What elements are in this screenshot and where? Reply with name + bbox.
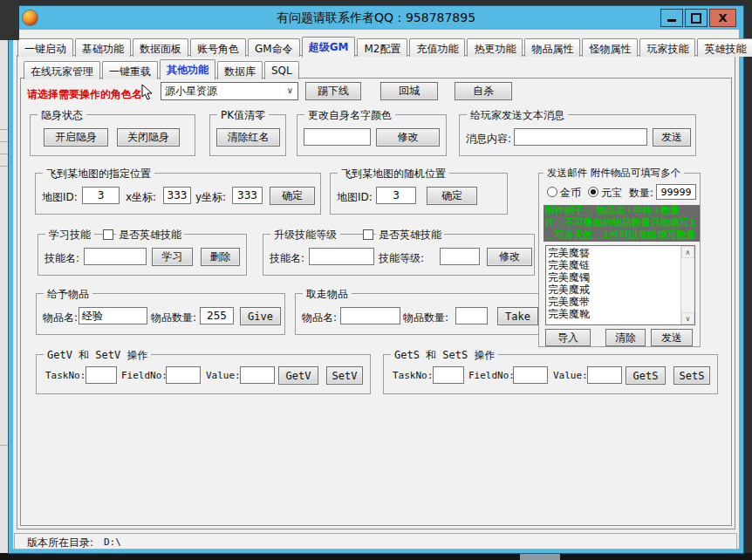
close-button[interactable]: X <box>709 9 736 27</box>
mail-send-button[interactable]: 发送 <box>651 329 693 346</box>
gets-value-input[interactable] <box>587 366 622 384</box>
fly-fixed-y-input[interactable] <box>232 187 263 204</box>
fly-random-map-input[interactable] <box>376 187 416 204</box>
titlebar[interactable]: 有问题请联系作者QQ：958787895 X <box>9 6 743 30</box>
tab-super-gm[interactable]: 超级GM <box>302 37 356 58</box>
mail-items-listbox[interactable]: 完美魔簪 完美魔链 完美魔镯 完美魔戒 完美魔带 完美魔靴 ∧ ∨ <box>545 245 695 325</box>
tab-m2-config[interactable]: M2配置 <box>357 38 407 57</box>
tab-reload[interactable]: 一键重载 <box>102 61 158 79</box>
tab-hot-update[interactable]: 热更功能 <box>467 38 523 57</box>
fly-random-ok-button[interactable]: 确定 <box>427 187 477 205</box>
tab-account-role[interactable]: 账号角色 <box>190 38 246 57</box>
learn-skill-group-title: 学习技能 <box>45 228 94 242</box>
tab-basic[interactable]: 基础功能 <box>75 38 131 57</box>
getv-setv-group: GetV 和 SetV 操作 TaskNo: FieldNo: Value: G… <box>36 354 371 394</box>
mail-item[interactable]: 完美魔戒 <box>548 283 680 296</box>
clear-red-name-button[interactable]: 清除红名 <box>216 128 280 147</box>
give-item-name-input[interactable] <box>79 307 147 324</box>
mail-import-button[interactable]: 导入 <box>545 329 591 346</box>
learn-skill-learn-button[interactable]: 学习 <box>152 248 193 266</box>
message-send-button[interactable]: 发送 <box>653 128 691 147</box>
gets-taskno-input[interactable] <box>433 366 464 384</box>
mail-hint-line3: ，写多无效，1件可以省略填写数量 <box>545 229 698 242</box>
stealth-group: 隐身状态 开启隐身 关闭隐身 <box>30 114 195 156</box>
tab-recharge[interactable]: 充值功能 <box>409 38 465 57</box>
suicide-button[interactable]: 自杀 <box>455 82 512 100</box>
mail-item[interactable]: 完美魔带 <box>548 296 680 308</box>
stealth-on-button[interactable]: 开启隐身 <box>44 128 108 147</box>
getv-value-input[interactable] <box>240 366 275 384</box>
scroll-down-icon[interactable]: ∨ <box>681 312 694 324</box>
tab-item-attr[interactable]: 物品属性 <box>524 38 580 57</box>
take-item-button[interactable]: Take <box>497 307 538 325</box>
mail-qty-input[interactable] <box>656 184 696 200</box>
tab-other-functions[interactable]: 其他功能 <box>160 59 215 80</box>
name-color-input[interactable] <box>304 128 371 146</box>
take-item-name-input[interactable] <box>340 307 400 324</box>
setv-button[interactable]: SetV <box>326 366 363 385</box>
learn-skill-delete-button[interactable]: 删除 <box>201 248 240 266</box>
message-content-input[interactable] <box>514 128 647 146</box>
version-dir-label: 版本所在目录: <box>27 536 93 550</box>
mail-item[interactable]: 完美魔靴 <box>548 308 680 320</box>
main-tabstrip: 一键启动 基础功能 数据面板 账号角色 GM命令 超级GM M2配置 充值功能 … <box>17 37 752 57</box>
ingot-radio-label[interactable]: 元宝 <box>601 186 622 201</box>
gets-fieldno-input[interactable] <box>513 366 548 384</box>
app-window: 有问题请联系作者QQ：958787895 X 一键启动 基础功能 数据面板 账号… <box>9 6 743 553</box>
mail-item[interactable]: 完美魔簪 <box>548 247 680 259</box>
tab-quick-start[interactable]: 一键启动 <box>17 38 73 57</box>
take-item-name-label: 物品名: <box>302 311 337 325</box>
fly-random-map-label: 地图ID: <box>337 190 373 205</box>
learn-skill-hero-label[interactable]: 是否英雄技能 <box>116 228 184 242</box>
tab-online-players[interactable]: 在线玩家管理 <box>24 61 100 79</box>
sets-button[interactable]: SetS <box>673 366 710 385</box>
getv-fieldno-input[interactable] <box>166 366 201 384</box>
stealth-group-title: 隐身状态 <box>38 108 86 123</box>
tab-player-skill[interactable]: 玩家技能 <box>639 38 695 57</box>
gold-radio-label[interactable]: 金币 <box>560 186 581 201</box>
upgrade-skill-level-input[interactable] <box>440 248 480 265</box>
tab-gm-command[interactable]: GM命令 <box>248 38 300 57</box>
upgrade-skill-modify-button[interactable]: 修改 <box>487 248 532 266</box>
role-select-dropdown[interactable]: 源小星资源 ∨ <box>161 82 298 100</box>
tab-database[interactable]: 数据库 <box>217 61 263 79</box>
gets-button[interactable]: GetS <box>626 366 666 385</box>
maximize-button[interactable] <box>685 9 708 27</box>
mail-list-scrollbar[interactable]: ∧ ∨ <box>680 246 694 324</box>
name-color-modify-button[interactable]: 修改 <box>376 128 440 147</box>
mail-clear-button[interactable]: 清除 <box>605 329 646 346</box>
fly-fixed-x-input[interactable] <box>163 187 191 204</box>
role-select-value: 源小星资源 <box>165 84 217 99</box>
minimize-button[interactable] <box>660 9 683 27</box>
ingot-radio[interactable] <box>588 187 598 197</box>
scroll-up-icon[interactable]: ∧ <box>681 246 694 258</box>
getv-taskno-label: TaskNo: <box>45 370 85 381</box>
tab-data-panel[interactable]: 数据面板 <box>133 38 188 57</box>
getv-taskno-input[interactable] <box>85 366 117 384</box>
tab-monster-attr[interactable]: 怪物属性 <box>582 38 638 57</box>
upgrade-skill-name-input[interactable] <box>309 248 374 265</box>
give-item-button[interactable]: Give <box>240 307 281 325</box>
gets-sets-group-title: GetS 和 SetS 操作 <box>391 348 498 363</box>
learn-skill-hero-checkbox[interactable] <box>103 229 113 240</box>
upgrade-skill-hero-label[interactable]: 是否英雄技能 <box>376 228 444 242</box>
fly-fixed-map-input[interactable] <box>82 187 120 204</box>
fly-fixed-ok-button[interactable]: 确定 <box>270 187 315 205</box>
mail-item[interactable]: 完美魔链 <box>548 259 680 271</box>
mail-item[interactable]: 完美魔镯 <box>548 271 680 283</box>
take-item-qty-input[interactable] <box>455 307 488 324</box>
app-icon <box>23 10 38 25</box>
getv-button[interactable]: GetV <box>278 366 318 385</box>
upgrade-skill-hero-checkbox[interactable] <box>363 229 373 240</box>
gold-radio[interactable] <box>547 187 557 197</box>
taskbar-item[interactable] <box>520 553 560 560</box>
return-city-button[interactable]: 回城 <box>380 82 438 100</box>
stealth-off-button[interactable]: 关闭隐身 <box>117 128 180 147</box>
tab-sql[interactable]: SQL <box>264 61 299 79</box>
name-color-group-title: 更改自身名字颜色 <box>304 108 395 123</box>
kick-offline-button[interactable]: 踢下线 <box>305 82 361 100</box>
client-area: 一键启动 基础功能 数据面板 账号角色 GM命令 超级GM M2配置 充值功能 … <box>13 30 739 549</box>
tab-hero-skill[interactable]: 英雄技能 <box>697 38 752 57</box>
give-item-qty-input[interactable] <box>200 307 234 324</box>
learn-skill-name-input[interactable] <box>84 248 147 265</box>
